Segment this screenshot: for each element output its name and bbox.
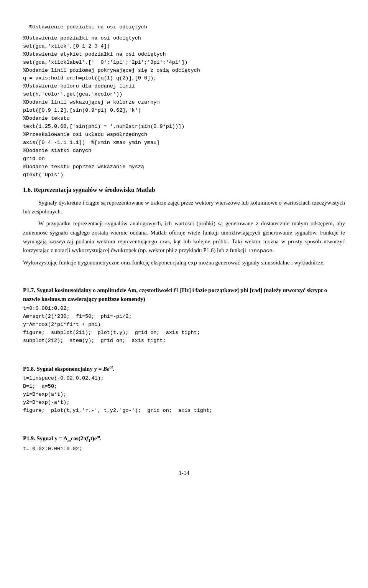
problem-17-heading: P1.7. Sygnał kosinusoidalny o amplitudzi…: [23, 286, 345, 303]
inline-code-exp: exp: [188, 260, 197, 266]
code-block-main: %Ustawienie podziałki na osi odciętych s…: [23, 35, 345, 179]
page-footer: 1-14: [23, 469, 345, 477]
problem-18-code: t=linspace(-0.02,0.02,41); B=1; a=50; y1…: [23, 375, 345, 415]
problem-17-code: t=0:0.001:0.02; Am=sqrt(2)*230; f1=50; p…: [23, 305, 345, 345]
section-16-heading: 1.6. Reprezentacja sygnałów w środowisku…: [23, 186, 345, 194]
section-16-para2: W przypadku reprezentacji sygnałów analo…: [23, 219, 345, 255]
problem-18-label: P1.8.: [23, 366, 35, 372]
problem-19-label: P1.9.: [23, 435, 35, 441]
section-16-para3: Wykorzystując funkcje trygonometryczne o…: [23, 258, 345, 268]
inline-code-linspace: linspace: [248, 248, 273, 254]
para2-period: .: [272, 247, 274, 253]
para3-text-part2: można generować sygnały sinusoidalne i w…: [199, 259, 325, 266]
problem-19-code: t=-0.02:0.001:0.02;: [23, 445, 345, 453]
code-lines-all: %Ustawienie podziałki na osi odciętych s…: [23, 35, 200, 178]
problem-17-label: P1.7.: [23, 287, 35, 293]
page-number: 1-14: [179, 470, 189, 476]
problem-19-text: Sygnał y = Amcos(2πf1t)eat.: [36, 435, 101, 441]
para3-text-part1: Wykorzystując funkcje trygonometryczne o…: [23, 259, 186, 266]
problem-17-text: Sygnał kosinusoidalny o amplitudzie Am, …: [23, 287, 327, 302]
section-16-para1: Sygnały dyskretne i ciągłe są reprezento…: [23, 198, 345, 216]
code-line-1: %Ustawienie podziałki na osi odciętych: [29, 24, 147, 30]
code-block-1: %Ustawienie podziałki na osi odciętych: [23, 15, 345, 31]
problem-19-heading: P1.9. Sygnał y = Amcos(2πf1t)eat.: [23, 433, 345, 444]
section-heading-text: 1.6. Reprezentacja sygnałów w środowisku…: [23, 187, 155, 193]
para1-text: Sygnały dyskretne i ciągłe są reprezento…: [23, 200, 345, 215]
para2-text-part1: W przypadku reprezentacji sygnałów analo…: [23, 220, 345, 253]
problem-18-text: Sygnał eksponencjalny y = Beat.: [36, 366, 114, 372]
problem-18-heading: P1.8. Sygnał eksponencjalny y = Beat.: [23, 364, 345, 373]
